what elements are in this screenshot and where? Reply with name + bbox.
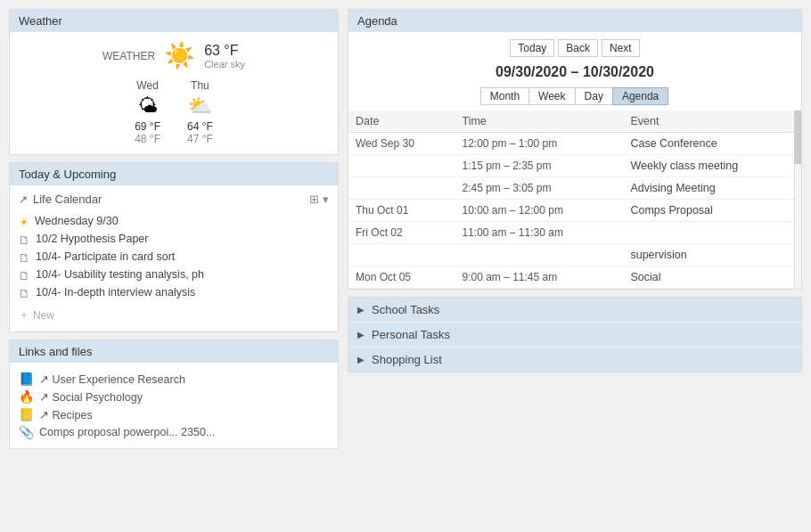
col-date: Date: [348, 110, 455, 133]
agenda-date-range: 09/30/2020 – 10/30/2020: [348, 61, 801, 84]
row1-time: 1:15 pm – 2:35 pm: [455, 155, 623, 177]
right-panel: Agenda Today Back Next 09/30/2020 – 10/3…: [348, 9, 802, 449]
task-item-3: 🗋 10/4- Usability testing analysis, ph: [19, 266, 329, 284]
link-icon-2: 📒: [19, 407, 34, 422]
doc-icon-2: 🗋: [19, 251, 30, 265]
task-text-3: 10/4- Usability testing analysis, ph: [36, 268, 204, 281]
forecast-thu-high: 64 °F: [187, 120, 213, 133]
forecast-wed-temps: 69 °F 48 °F: [135, 120, 160, 145]
personal-tasks-arrow-icon: ▶: [357, 330, 365, 340]
row4-time: 11:00 am – 11:30 am: [455, 222, 623, 244]
next-button[interactable]: Next: [602, 39, 640, 57]
link-text-3: Comps proposal powerpoi... 2350...: [39, 426, 215, 438]
add-new-label: New: [33, 309, 54, 322]
row5-time: [455, 244, 623, 266]
calendar-controls: ⊞ ▾: [309, 192, 329, 206]
agenda-table: Date Time Event Wed Sep 30 12:00 pm – 1:…: [348, 110, 801, 289]
task-text-2: 10/4- Participate in card sort: [36, 250, 175, 263]
grid-icon[interactable]: ⊞: [309, 192, 319, 206]
link-text-2: ↗ Recipes: [39, 408, 93, 422]
agenda-table-wrapper: Date Time Event Wed Sep 30 12:00 pm – 1:…: [348, 110, 801, 289]
link-item-3[interactable]: 📎 Comps proposal powerpoi... 2350...: [19, 423, 329, 441]
weather-content: WEATHER ☀️ 63 °F Clear sky Wed 🌤 69 °F 4…: [10, 32, 338, 154]
forecast-wed: Wed 🌤 69 °F 48 °F: [135, 79, 160, 145]
doc-icon-1: 🗋: [19, 233, 30, 247]
tab-week[interactable]: Week: [528, 87, 575, 105]
weather-section: Weather WEATHER ☀️ 63 °F Clear sky Wed 🌤: [9, 9, 339, 155]
weather-header: Weather: [10, 10, 338, 32]
link-text-1: ↗ Social Psychology: [39, 390, 143, 404]
col-event: Event: [623, 110, 801, 133]
task-item-2: 🗋 10/4- Participate in card sort: [19, 249, 329, 266]
table-row: Mon Oct 05 9:00 am – 11:45 am Social: [348, 266, 801, 289]
link-item-2[interactable]: 📒 ↗ Recipes: [19, 405, 329, 423]
scrollbar-thumb: [794, 110, 801, 164]
task-list-shopping[interactable]: ▶ Shopping List: [348, 348, 801, 372]
link-icon-1: 🔥: [19, 389, 34, 404]
task-list-school[interactable]: ▶ School Tasks: [348, 298, 801, 323]
agenda-section: Agenda Today Back Next 09/30/2020 – 10/3…: [348, 9, 802, 290]
add-new-button[interactable]: ＋ New: [19, 306, 329, 324]
col-time: Time: [455, 110, 623, 133]
row1-date: [348, 155, 455, 177]
weather-desc: Clear sky: [204, 59, 245, 70]
table-row: Thu Oct 01 10:00 am – 12:00 pm Comps Pro…: [348, 200, 801, 222]
link-text-0: ↗ User Experience Research: [39, 372, 185, 386]
table-row: 1:15 pm – 2:35 pm Weekly class meeting: [348, 155, 801, 177]
links-header: Links and files: [10, 340, 338, 363]
row0-time: 12:00 pm – 1:00 pm: [455, 133, 623, 155]
link-item-0[interactable]: 📘 ↗ User Experience Research: [19, 370, 329, 388]
forecast-wed-label: Wed: [136, 79, 158, 92]
table-row: Fri Oct 02 11:00 am – 11:30 am: [348, 222, 801, 244]
agenda-nav: Today Back Next: [348, 32, 801, 61]
upcoming-content: ↗ Life Calendar ⊞ ▾ ☀ Wednesday 9/30 🗋 1…: [10, 185, 338, 331]
forecast-thu-temps: 64 °F 47 °F: [187, 120, 213, 145]
task-lists-section: ▶ School Tasks ▶ Personal Tasks ▶ Shoppi…: [348, 297, 802, 372]
view-tabs: Month Week Day Agenda: [348, 84, 801, 110]
link-item-1[interactable]: 🔥 ↗ Social Psychology: [19, 388, 329, 405]
plus-icon: ＋: [19, 307, 29, 323]
upcoming-header: Today & Upcoming: [10, 163, 338, 185]
agenda-table-header: Date Time Event: [348, 110, 801, 133]
links-content: 📘 ↗ User Experience Research 🔥 ↗ Social …: [10, 363, 338, 448]
forecast-thu-icon: ⛅: [188, 94, 212, 118]
task-text-wed: Wednesday 9/30: [35, 215, 119, 227]
row2-time: 2:45 pm – 3:05 pm: [455, 177, 623, 200]
main-container: Weather WEATHER ☀️ 63 °F Clear sky Wed 🌤: [9, 9, 802, 449]
task-list-personal[interactable]: ▶ Personal Tasks: [348, 323, 801, 348]
row5-event: supervision: [623, 244, 801, 266]
row1-event: Weekly class meeting: [623, 155, 801, 177]
tab-month[interactable]: Month: [480, 87, 529, 105]
school-tasks-label: School Tasks: [372, 303, 439, 316]
row4-date: Fri Oct 02: [348, 222, 455, 244]
task-text-1: 10/2 Hypothesis Paper: [36, 233, 148, 245]
row0-event: Case Conference: [623, 133, 801, 155]
weather-main-row: WEATHER ☀️ 63 °F Clear sky: [19, 41, 329, 70]
left-panel: Weather WEATHER ☀️ 63 °F Clear sky Wed 🌤: [9, 9, 339, 449]
row4-event: [623, 222, 801, 244]
row6-event: Social: [623, 266, 801, 289]
weather-sun-icon: ☀️: [164, 41, 195, 70]
row2-date: [348, 177, 455, 200]
table-row: supervision: [348, 244, 801, 266]
tab-agenda[interactable]: Agenda: [612, 87, 668, 105]
shopping-list-label: Shopping List: [372, 353, 442, 366]
doc-icon-3: 🗋: [19, 269, 30, 282]
doc-icon-4: 🗋: [19, 287, 30, 300]
agenda-header: Agenda: [348, 10, 801, 32]
calendar-name[interactable]: Life Calendar: [33, 192, 102, 206]
tab-day[interactable]: Day: [575, 87, 613, 105]
row5-date: [348, 244, 455, 266]
calendar-header-row: ↗ Life Calendar ⊞ ▾: [19, 192, 329, 206]
weather-forecast: Wed 🌤 69 °F 48 °F Thu ⛅ 64 °F 47 °F: [19, 79, 329, 145]
forecast-thu-label: Thu: [191, 79, 209, 92]
task-item-1: 🗋 10/2 Hypothesis Paper: [19, 231, 329, 249]
table-row: Wed Sep 30 12:00 pm – 1:00 pm Case Confe…: [348, 133, 801, 155]
scrollbar[interactable]: [794, 110, 801, 289]
forecast-wed-low: 48 °F: [135, 133, 160, 145]
chevron-down-icon[interactable]: ▾: [323, 192, 329, 206]
link-icon-3: 📎: [19, 425, 34, 439]
today-button[interactable]: Today: [510, 39, 554, 57]
back-button[interactable]: Back: [558, 39, 598, 57]
links-section: Links and files 📘 ↗ User Experience Rese…: [9, 340, 339, 449]
